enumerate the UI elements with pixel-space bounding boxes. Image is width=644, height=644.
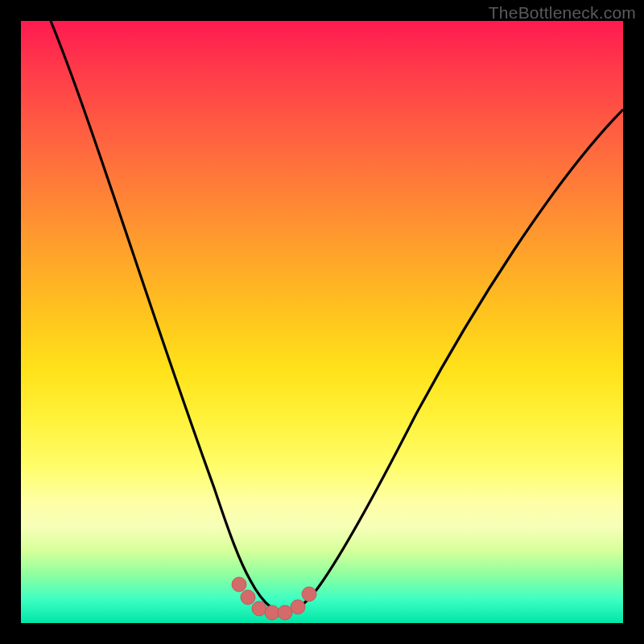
marker-dot [232,577,246,592]
marker-dot [265,605,279,620]
curve-layer [21,21,623,623]
marker-dot [252,601,266,616]
marker-dot [241,590,255,605]
marker-dot [302,587,316,601]
bottom-markers [232,577,316,620]
bottleneck-curve [51,21,623,612]
marker-dot [278,605,292,620]
watermark-text: TheBottleneck.com [489,3,636,23]
gradient-plot-area [21,21,623,623]
marker-dot [291,600,305,614]
chart-frame: TheBottleneck.com [0,0,644,644]
